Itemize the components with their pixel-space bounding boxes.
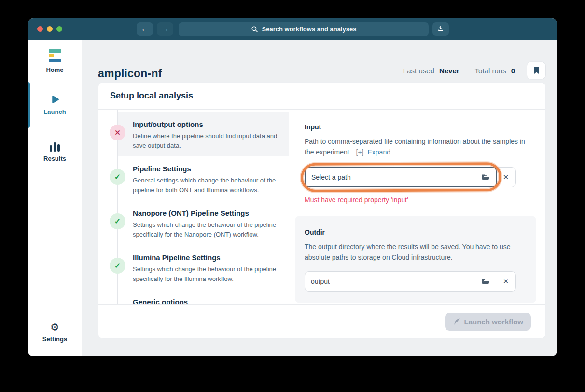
input-description: Path to comma-separated file containing … (305, 137, 527, 157)
success-check-icon: ✓ (110, 169, 125, 185)
sidebar-item-home[interactable]: Home (28, 49, 82, 73)
section-title: Nanopore (ONT) Pipeline Settings (133, 209, 282, 217)
last-used-label: Last used (403, 67, 434, 75)
validation-error: Must have required property 'input' (305, 196, 531, 204)
back-button[interactable]: ← (137, 22, 153, 36)
card-footer: Launch workflow (98, 304, 545, 338)
close-window-button[interactable] (37, 26, 43, 32)
sidebar-item-label: Results (43, 155, 66, 162)
sidebar-item-label: Launch (43, 108, 66, 115)
clear-outdir-button[interactable]: ✕ (496, 272, 515, 291)
section-item-nanopore-settings[interactable]: ✓ Nanopore (ONT) Pipeline Settings Setti… (98, 200, 289, 245)
section-description: Define where the pipeline should find in… (133, 131, 282, 150)
error-status-icon: ✕ (110, 125, 125, 140)
success-check-icon: ✓ (110, 213, 125, 229)
workflow-meta: Last used Never Total runs 0 (403, 62, 546, 80)
sidebar-item-results[interactable]: Results (28, 142, 82, 162)
app-window: ← → Search workflows and analyses (28, 18, 557, 356)
play-icon (50, 94, 60, 105)
sidebar-item-label: Home (46, 66, 63, 73)
launch-workflow-button[interactable]: Launch workflow (445, 313, 531, 331)
launch-workflow-label: Launch workflow (464, 318, 523, 326)
section-item-generic-options[interactable]: Generic options (98, 289, 289, 305)
options-section-list: ✕ Input/output options Define where the … (98, 110, 289, 305)
zoom-window-button[interactable] (56, 26, 62, 32)
success-check-icon: ✓ (110, 258, 125, 274)
section-description: Settings which change the behaviour of t… (133, 265, 282, 283)
bar-chart-icon (50, 142, 60, 152)
sidebar-item-settings[interactable]: ⚙ Settings (28, 322, 82, 343)
input-path-group: ✕ (305, 167, 516, 187)
outdir-path-input[interactable] (311, 278, 482, 285)
window-controls (37, 26, 62, 32)
total-runs-value: 0 (511, 67, 515, 75)
section-description: General settings which change the behavi… (133, 176, 282, 195)
section-description: Settings which change the behaviour of t… (133, 220, 282, 239)
total-runs-label: Total runs (475, 67, 506, 75)
page-title: amplicon-nf (98, 67, 162, 80)
setup-card: Setup local analysis ✕ Input/output opti… (98, 82, 546, 339)
input-label: Input (305, 123, 531, 131)
bookmark-button[interactable] (527, 62, 546, 80)
bookmark-icon (533, 67, 540, 75)
expand-plus-icon: [+] (356, 148, 364, 156)
outdir-path-field[interactable] (305, 272, 496, 291)
folder-icon[interactable] (482, 174, 490, 181)
back-arrow-icon: ← (141, 25, 149, 33)
card-title: Setup local analysis (110, 91, 193, 101)
outdir-description: The output directory where the results w… (305, 242, 527, 263)
download-icon (437, 25, 445, 33)
section-form-panel: Input Path to comma-separated file conta… (289, 110, 546, 305)
card-header: Setup local analysis (98, 83, 545, 110)
search-input[interactable]: Search workflows and analyses (179, 22, 429, 36)
clear-input-button[interactable]: ✕ (496, 168, 515, 187)
input-path-input[interactable] (311, 173, 482, 181)
section-title: Generic options (133, 298, 282, 305)
section-title: Pipeline Settings (133, 165, 282, 173)
download-button[interactable] (432, 22, 449, 36)
sidebar: Home Launch Results ⚙ Settings (28, 40, 82, 356)
outdir-path-group: ✕ (305, 271, 516, 292)
input-path-field[interactable] (305, 167, 497, 187)
titlebar: ← → Search workflows and analyses (28, 18, 557, 40)
section-item-illumina-settings[interactable]: ✓ Illumina Pipeline Settings Settings wh… (98, 245, 289, 289)
forward-arrow-icon: → (161, 25, 169, 33)
section-item-input-output[interactable]: ✕ Input/output options Define where the … (98, 112, 289, 156)
forward-button[interactable]: → (157, 22, 173, 36)
outdir-label: Outdir (305, 228, 527, 236)
sidebar-item-launch[interactable]: Launch (28, 94, 82, 115)
last-used-value: Never (439, 67, 460, 75)
section-title: Input/output options (133, 120, 282, 128)
sidebar-item-label: Settings (42, 336, 67, 343)
input-field-section: Input Path to comma-separated file conta… (305, 123, 531, 204)
expand-link[interactable]: Expand (367, 148, 390, 156)
minimize-window-button[interactable] (47, 26, 53, 32)
section-title: Illumina Pipeline Settings (133, 253, 282, 262)
main-content: amplicon-nf Last used Never Total runs 0… (82, 40, 557, 356)
search-placeholder: Search workflows and analyses (262, 26, 357, 33)
search-icon (251, 26, 258, 33)
folder-icon[interactable] (482, 278, 490, 285)
gear-icon: ⚙ (50, 322, 59, 332)
epi2me-logo-icon (49, 49, 61, 63)
section-item-pipeline-settings[interactable]: ✓ Pipeline Settings General settings whi… (98, 156, 289, 200)
rocket-icon (453, 318, 460, 325)
outdir-field-section: Outdir The output directory where the re… (295, 216, 536, 303)
